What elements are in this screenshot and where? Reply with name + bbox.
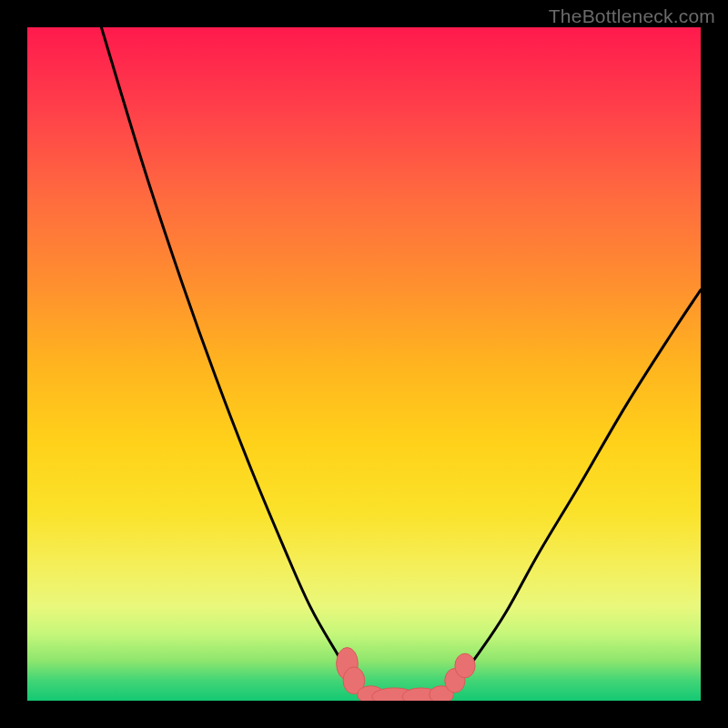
series-curve-left (101, 27, 367, 695)
curve-layer (101, 27, 701, 697)
credit-watermark: TheBottleneck.com (549, 5, 715, 27)
marker-layer (337, 648, 475, 701)
series-curve-right (445, 290, 701, 695)
marker-point-7 (455, 653, 475, 678)
curve-svg (27, 27, 701, 701)
chart-frame: TheBottleneck.com (0, 0, 728, 728)
plot-area (27, 27, 701, 701)
